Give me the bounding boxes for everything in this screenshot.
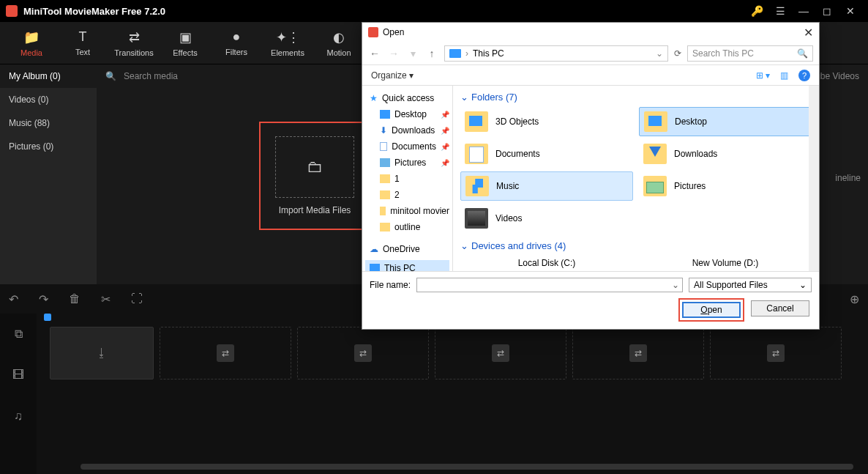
tab-filters-label: Filters	[225, 48, 247, 56]
drive-local-c[interactable]: Local Disk (C:)	[460, 256, 633, 270]
sidebar-item-videos[interactable]: Videos (0)	[0, 88, 97, 111]
folder-downloads[interactable]: Downloads	[639, 139, 812, 169]
tree-downloads[interactable]: ⬇Downloads📌	[365, 122, 449, 138]
folder-documents[interactable]: Documents	[460, 139, 633, 169]
search-media-input[interactable]: Search media	[124, 71, 178, 81]
tab-media[interactable]: 📁Media	[6, 22, 57, 64]
filetype-select[interactable]: All Supported Files⌄	[689, 278, 812, 292]
tree-folder-2[interactable]: 2	[365, 187, 449, 203]
tree-pictures[interactable]: Pictures📌	[365, 155, 449, 171]
group-folders[interactable]: ⌄Folders (7)	[460, 92, 812, 103]
thispc-icon	[370, 264, 380, 271]
menu-icon[interactable]: ☰	[768, 0, 792, 22]
address-dropdown-icon[interactable]: ⌄	[656, 48, 663, 59]
transition-slot[interactable]: ⇄	[435, 327, 566, 379]
open-button-highlight: Open	[678, 298, 744, 322]
tab-text-label: Text	[75, 48, 90, 56]
transition-slot[interactable]: ⇄	[160, 327, 291, 379]
nav-back-button[interactable]: ←	[368, 48, 381, 59]
folder-open-icon: 🗀	[307, 158, 323, 177]
drive-new-volume-d[interactable]: New Volume (D:)	[639, 256, 812, 270]
download-icon: ⬇	[380, 125, 387, 136]
timeline-tracks[interactable]: ⭳ ⇄ ⇄ ⇄ ⇄ ⇄	[37, 314, 868, 474]
playhead[interactable]	[44, 314, 51, 321]
close-icon[interactable]: ✕	[839, 0, 862, 22]
filename-input[interactable]: ⌄	[416, 278, 683, 292]
sidebar-item-music[interactable]: Music (88)	[0, 111, 97, 135]
cancel-button[interactable]: Cancel	[751, 300, 809, 316]
video-track[interactable]: ⭳ ⇄ ⇄ ⇄ ⇄ ⇄	[37, 322, 868, 384]
window-titlebar: MiniTool MovieMaker Free 7.2.0 🔑 ☰ — ◻ ✕	[0, 0, 868, 22]
tree-quick-access[interactable]: ★Quick access	[365, 90, 449, 106]
tree-folder-1[interactable]: 1	[365, 171, 449, 187]
folder-music[interactable]: Music	[460, 171, 633, 201]
dialog-search-input[interactable]: Search This PC 🔍	[687, 45, 813, 62]
tree-onedrive[interactable]: ☁OneDrive	[365, 241, 449, 257]
tab-filters[interactable]: ●Filters	[211, 22, 262, 64]
transition-slot[interactable]: ⇄	[572, 327, 704, 379]
pin-icon: 📌	[441, 127, 449, 135]
dialog-toolbar: Organize ▾ ⊞ ▾ ▥ ?	[362, 65, 819, 86]
folder-videos[interactable]: Videos	[460, 204, 633, 233]
organize-button[interactable]: Organize ▾	[371, 70, 414, 81]
tree-desktop[interactable]: Desktop📌	[365, 106, 449, 122]
folder-icon	[380, 174, 390, 183]
sidebar-item-pictures[interactable]: Pictures (0)	[0, 135, 97, 158]
delete-button[interactable]: 🗑	[69, 292, 81, 305]
preview-pane-button[interactable]: ▥	[780, 70, 788, 81]
tab-elements[interactable]: ✦⋮Elements	[262, 22, 313, 64]
audio-track[interactable]	[37, 384, 868, 428]
address-bar[interactable]: › This PC ⌄	[444, 45, 668, 62]
refresh-button[interactable]: ⟳	[674, 48, 681, 59]
search-icon[interactable]: 🔍	[105, 71, 116, 81]
tab-transitions-label: Transitions	[114, 48, 153, 57]
activate-key-icon[interactable]: 🔑	[745, 0, 768, 22]
file-list-scrollbar[interactable]	[809, 86, 819, 271]
view-options-button[interactable]: ⊞ ▾	[756, 70, 770, 81]
file-list[interactable]: ⌄Folders (7) 3D Objects Desktop Document…	[453, 86, 819, 271]
documents-icon	[465, 144, 488, 164]
import-media-button[interactable]: 🗀 Import Media Files	[259, 122, 370, 230]
tab-transitions[interactable]: ⇄Transitions	[108, 22, 160, 64]
tree-folder-minitool[interactable]: minitool movier	[365, 203, 449, 219]
tab-motion[interactable]: ◐Motion	[313, 22, 364, 64]
folder-icon: 📁	[23, 29, 40, 45]
help-button[interactable]: ?	[798, 70, 810, 81]
nav-recent-button[interactable]: ▾	[406, 48, 419, 59]
add-marker-button[interactable]: ⊕	[850, 292, 859, 306]
undo-button[interactable]: ↶	[9, 292, 18, 306]
transition-slot[interactable]: ⇄	[710, 327, 842, 379]
tab-text[interactable]: TText	[57, 22, 108, 64]
elements-icon: ✦⋮	[276, 29, 300, 45]
maximize-icon[interactable]: ◻	[815, 0, 839, 22]
group-devices[interactable]: ⌄Devices and drives (4)	[460, 240, 812, 251]
cut-button[interactable]: ✂	[101, 292, 111, 306]
tree-documents[interactable]: Documents📌	[365, 138, 449, 155]
tree-folder-outline[interactable]: outline	[365, 219, 449, 235]
background-hint: ineline	[835, 173, 861, 183]
add-track-button[interactable]: ⧉	[0, 314, 37, 355]
sidebar-item-myalbum[interactable]: My Album (0)	[0, 64, 97, 88]
dialog-titlebar: Open ✕	[362, 23, 819, 42]
tab-effects[interactable]: ▣Effects	[160, 22, 211, 64]
dialog-close-button[interactable]: ✕	[804, 26, 813, 40]
filename-dropdown-icon[interactable]: ⌄	[669, 278, 682, 292]
nav-tree[interactable]: ★Quick access Desktop📌 ⬇Downloads📌 Docum…	[362, 86, 453, 271]
redo-button[interactable]: ↷	[39, 292, 48, 306]
minimize-icon[interactable]: —	[792, 0, 815, 22]
swap-icon: ⇄	[767, 344, 785, 362]
nav-forward-button[interactable]: →	[387, 48, 400, 59]
clip-placeholder[interactable]: ⭳	[50, 327, 154, 379]
folder-3d-objects[interactable]: 3D Objects	[460, 107, 633, 136]
text-icon: T	[79, 29, 87, 45]
folder-pictures[interactable]: Pictures	[639, 171, 812, 201]
folder-icon	[380, 207, 386, 215]
timeline-scrollbar[interactable]	[81, 464, 853, 470]
tree-thispc[interactable]: This PC	[365, 260, 449, 271]
music-icon	[465, 176, 489, 196]
open-button[interactable]: Open	[682, 302, 741, 318]
folder-desktop[interactable]: Desktop	[639, 107, 812, 136]
crop-button[interactable]: ⛶	[131, 292, 143, 305]
nav-up-button[interactable]: ↑	[425, 48, 438, 59]
transition-slot[interactable]: ⇄	[297, 327, 429, 379]
